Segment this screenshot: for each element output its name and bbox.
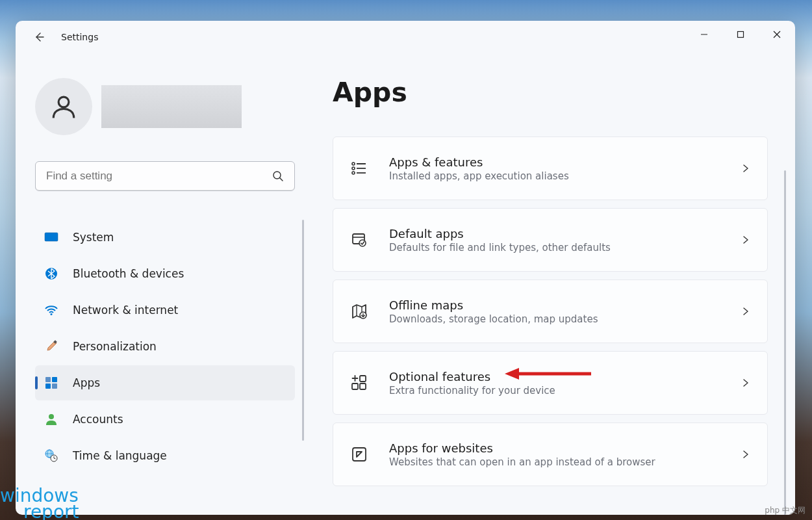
- main-pane: Apps Apps & features Installed apps, app…: [314, 53, 795, 515]
- close-button[interactable]: [759, 21, 795, 48]
- default-apps-icon: [350, 231, 368, 249]
- content: System Bluetooth & devices Network & int…: [16, 53, 795, 515]
- card-default-apps[interactable]: Default apps Defaults for file and link …: [333, 208, 768, 272]
- nav-label: Personalization: [73, 340, 157, 353]
- avatar: [35, 78, 92, 135]
- apps-icon: [44, 376, 58, 390]
- svg-point-31: [359, 240, 366, 246]
- arrow-left-icon: [34, 32, 44, 42]
- settings-cards: Apps & features Installed apps, app exec…: [333, 136, 768, 486]
- chevron-right-icon: [741, 378, 750, 387]
- card-optional-features[interactable]: Optional features Extra functionality fo…: [333, 351, 768, 415]
- search-box[interactable]: [35, 161, 295, 191]
- card-desc: Downloads, storage location, map updates: [389, 313, 741, 325]
- profile-name-redacted: [101, 85, 242, 128]
- nav: System Bluetooth & devices Network & int…: [35, 220, 295, 473]
- clock-globe-icon: [44, 448, 58, 463]
- maximize-icon: [737, 31, 744, 38]
- chevron-right-icon: [741, 164, 750, 173]
- window-controls: [686, 21, 795, 48]
- apps-websites-icon: [350, 445, 368, 463]
- svg-rect-12: [45, 377, 51, 382]
- nav-label: Bluetooth & devices: [73, 267, 184, 280]
- back-button[interactable]: [31, 29, 47, 45]
- profile[interactable]: [35, 78, 295, 135]
- card-desc: Websites that can open in an app instead…: [389, 456, 741, 468]
- card-title: Apps & features: [389, 155, 741, 169]
- sidebar-item-bluetooth[interactable]: Bluetooth & devices: [35, 256, 295, 291]
- optional-features-icon: [350, 374, 368, 392]
- svg-point-10: [51, 313, 53, 315]
- minimize-button[interactable]: [686, 21, 722, 48]
- svg-rect-35: [352, 384, 358, 389]
- card-desc: Extra functionality for your device: [389, 385, 741, 396]
- svg-point-23: [352, 162, 355, 165]
- chevron-right-icon: [741, 307, 750, 316]
- map-icon: [350, 302, 368, 320]
- sidebar-item-accounts[interactable]: Accounts: [35, 402, 295, 437]
- minimize-icon: [700, 31, 708, 38]
- svg-point-4: [58, 97, 69, 107]
- sidebar-item-personalization[interactable]: Personalization: [35, 329, 295, 364]
- sidebar-item-time[interactable]: Time & language: [35, 438, 295, 473]
- maximize-button[interactable]: [722, 21, 759, 48]
- titlebar: Settings: [16, 21, 795, 53]
- accounts-icon: [44, 412, 58, 426]
- svg-point-27: [352, 172, 355, 174]
- system-icon: [44, 230, 58, 244]
- card-apps-features[interactable]: Apps & features Installed apps, app exec…: [333, 136, 768, 200]
- list-icon: [350, 159, 368, 177]
- svg-rect-7: [45, 233, 58, 241]
- sidebar: System Bluetooth & devices Network & int…: [16, 53, 314, 515]
- sidebar-item-system[interactable]: System: [35, 220, 295, 255]
- card-title: Apps for websites: [389, 441, 741, 455]
- close-icon: [773, 31, 781, 38]
- page-title: Apps: [333, 77, 768, 108]
- card-title: Default apps: [389, 227, 741, 240]
- brush-icon: [44, 339, 58, 354]
- card-desc: Defaults for file and link types, other …: [389, 242, 741, 254]
- chevron-right-icon: [741, 450, 750, 459]
- user-icon: [50, 93, 77, 120]
- sidebar-item-network[interactable]: Network & internet: [35, 292, 295, 328]
- card-title: Optional features: [389, 370, 741, 384]
- nav-label: System: [73, 231, 114, 244]
- nav-label: Accounts: [73, 413, 123, 426]
- watermark-left: windowsreport: [0, 488, 79, 520]
- wifi-icon: [44, 303, 58, 317]
- card-apps-for-websites[interactable]: Apps for websites Websites that can open…: [333, 422, 768, 486]
- nav-label: Network & internet: [73, 304, 178, 317]
- search-icon: [272, 170, 284, 182]
- sidebar-scrollbar[interactable]: [302, 220, 304, 441]
- svg-rect-1: [738, 32, 744, 38]
- svg-line-6: [280, 178, 283, 181]
- svg-point-5: [273, 172, 281, 179]
- svg-rect-37: [360, 376, 366, 382]
- nav-label: Time & language: [73, 449, 167, 462]
- card-title: Offline maps: [389, 298, 741, 312]
- watermark-right: php 中文网: [765, 505, 806, 516]
- settings-window: Settings: [16, 21, 795, 515]
- bluetooth-icon: [44, 266, 58, 281]
- svg-rect-36: [360, 384, 366, 389]
- card-desc: Installed apps, app execution aliases: [389, 170, 741, 182]
- window-title: Settings: [61, 32, 98, 42]
- svg-point-25: [352, 167, 355, 170]
- svg-rect-15: [52, 384, 57, 389]
- svg-rect-13: [52, 377, 57, 382]
- main-scrollbar[interactable]: [784, 170, 786, 515]
- card-offline-maps[interactable]: Offline maps Downloads, storage location…: [333, 280, 768, 343]
- chevron-right-icon: [741, 235, 750, 244]
- sidebar-item-apps[interactable]: Apps: [35, 365, 295, 400]
- nav-label: Apps: [73, 376, 100, 389]
- svg-rect-14: [45, 384, 51, 389]
- svg-point-16: [49, 414, 54, 419]
- search-input[interactable]: [46, 170, 272, 183]
